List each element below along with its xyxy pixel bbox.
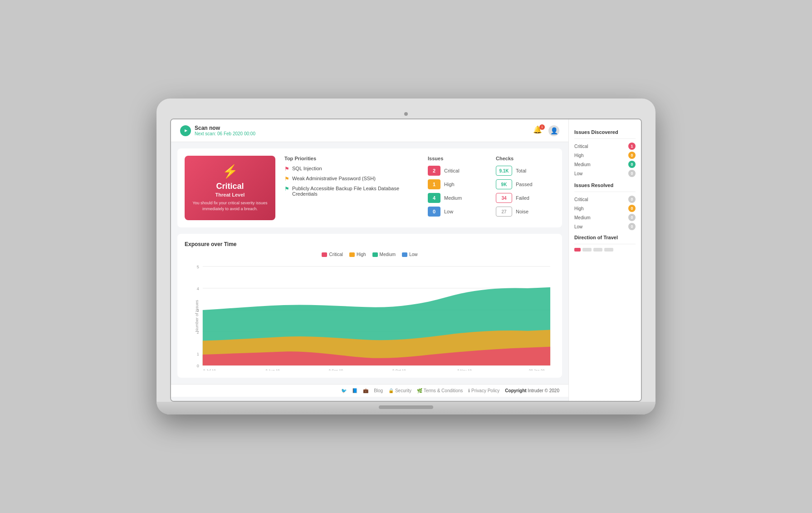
svg-text:2 Aug 19: 2 Aug 19 <box>265 369 280 370</box>
sidebar-discovered-low: Low 0 <box>574 170 636 177</box>
priority-item-2: ⚑ Weak Administrative Password (SSH) <box>284 176 419 182</box>
check-row-failed: 34 Failed <box>496 193 555 203</box>
low-label: Low <box>444 209 453 214</box>
legend-label-critical: Critical <box>329 252 343 257</box>
chart-legend: Critical High Medium Low <box>185 252 555 257</box>
noise-check-box: 27 <box>496 207 512 217</box>
medium-badge: 4 <box>428 193 440 203</box>
sidebar-discovered-critical-label: Critical <box>574 144 588 149</box>
resolved-title: Issues Resolved <box>574 183 636 188</box>
priority-item-3: ⚑ Publicly Accessible Backup File Leaks … <box>284 186 419 197</box>
footer: 🐦 📘 💼 Blog 🔒 Security 🌿 Terms & Conditio… <box>171 384 568 397</box>
direction-lines <box>574 248 636 252</box>
legend-dot-medium <box>372 252 378 257</box>
threat-level-title: Critical <box>216 182 244 191</box>
sidebar-resolved-high: High 0 <box>574 205 636 212</box>
svg-text:0: 0 <box>197 363 199 368</box>
threat-panel: ⚡ Critical Threat Level You should fix y… <box>177 148 562 227</box>
threat-card: ⚡ Critical Threat Level You should fix y… <box>185 156 275 220</box>
direction-gray-3 <box>604 248 613 252</box>
footer-social-facebook[interactable]: 📘 <box>352 388 357 393</box>
issue-row-low: 0 Low <box>428 207 487 217</box>
footer-social-twitter[interactable]: 🐦 <box>341 388 347 393</box>
check-row-passed: 9K Passed <box>496 179 555 189</box>
chart-area: Number of Issues 0 1 2 <box>185 261 555 370</box>
header: Scan now Next scan: 06 Feb 2020 00:00 1 … <box>171 119 568 142</box>
direction-gray-1 <box>582 248 592 252</box>
threat-description: You should fix your critical severity is… <box>192 200 268 212</box>
sidebar-discovered-medium-badge: 0 <box>628 161 636 168</box>
high-label: High <box>444 182 455 187</box>
sidebar-discovered-low-label: Low <box>574 171 582 176</box>
footer-blog-link[interactable]: Blog <box>374 388 383 393</box>
footer-terms-link[interactable]: 🌿 Terms & Conditions <box>417 388 463 393</box>
legend-dot-high <box>349 252 355 257</box>
chart-section: Exposure over Time Critical High Medi <box>177 234 562 378</box>
issues-title: Issues <box>428 156 487 161</box>
next-scan-label: Next scan: 06 Feb 2020 00:00 <box>195 131 255 136</box>
sidebar-resolved-medium-badge: 0 <box>628 214 636 221</box>
sidebar-discovered-high: High 0 <box>574 152 636 159</box>
failed-check-box: 34 <box>496 193 512 203</box>
high-badge: 1 <box>428 179 440 189</box>
issue-row-medium: 4 Medium <box>428 193 487 203</box>
svg-text:4: 4 <box>197 286 199 291</box>
checks-title: Checks <box>496 156 555 161</box>
check-row-total: 9.1K Total <box>496 166 555 176</box>
svg-text:2 Jul 19: 2 Jul 19 <box>203 369 216 370</box>
user-avatar[interactable]: 👤 <box>548 125 559 136</box>
sidebar: Issues Discovered Critical 1 High 0 Medi… <box>568 119 641 401</box>
sidebar-resolved-critical-badge: 0 <box>628 196 636 203</box>
sidebar-resolved-low-label: Low <box>574 224 582 229</box>
sidebar-discovered-low-badge: 0 <box>628 170 636 177</box>
critical-label: Critical <box>444 168 460 173</box>
scan-now-button[interactable] <box>180 125 191 136</box>
footer-security-link[interactable]: 🔒 Security <box>388 388 411 393</box>
sidebar-resolved-high-label: High <box>574 206 584 211</box>
issues-section: Issues 2 Critical 1 High 4 Medium <box>428 156 487 220</box>
issue-row-critical: 2 Critical <box>428 166 487 176</box>
svg-text:1: 1 <box>197 351 199 356</box>
issue-row-high: 1 High <box>428 179 487 189</box>
sidebar-discovered-medium-label: Medium <box>574 162 591 167</box>
priority-label-2: Weak Administrative Password (SSH) <box>292 176 376 181</box>
sidebar-resolved-low-badge: 0 <box>628 223 636 230</box>
legend-medium: Medium <box>372 252 396 257</box>
direction-gray-2 <box>593 248 602 252</box>
sidebar-discovered-critical: Critical 1 <box>574 143 636 150</box>
discovered-title: Issues Discovered <box>574 129 636 135</box>
priority-item-1: ⚑ SQL Injection <box>284 166 419 172</box>
checks-section: Checks 9.1K Total 9K Passed 34 Failed <box>496 156 555 220</box>
passed-check-label: Passed <box>516 182 533 187</box>
notifications-icon[interactable]: 1 <box>533 125 544 136</box>
direction-title: Direction of Travel <box>574 235 636 240</box>
sidebar-resolved-critical-label: Critical <box>574 197 588 202</box>
legend-dot-low <box>402 252 407 257</box>
sidebar-discovered-critical-badge: 1 <box>628 143 636 150</box>
failed-check-label: Failed <box>516 195 529 201</box>
y-axis-label: Number of Issues <box>195 300 199 332</box>
priority-label-3: Publicly Accessible Backup File Leaks Da… <box>292 186 419 197</box>
low-badge: 0 <box>428 207 440 217</box>
svg-text:2 Nov 19: 2 Nov 19 <box>457 369 472 370</box>
critical-badge: 2 <box>428 166 440 176</box>
sidebar-resolved-high-badge: 0 <box>628 205 636 212</box>
flag-icon-red: ⚑ <box>284 166 289 172</box>
svg-text:2 Sep 19: 2 Sep 19 <box>328 369 343 370</box>
svg-text:20 Jan 20: 20 Jan 20 <box>529 369 545 370</box>
priority-label-1: SQL Injection <box>292 166 322 171</box>
footer-privacy-link[interactable]: ℹ Privacy Policy <box>468 388 499 393</box>
chart-title: Exposure over Time <box>185 241 555 247</box>
sidebar-discovered-high-badge: 0 <box>628 152 636 159</box>
svg-text:5: 5 <box>197 264 199 269</box>
noise-check-label: Noise <box>516 209 528 214</box>
svg-text:2 Oct 19: 2 Oct 19 <box>392 369 406 370</box>
footer-social-linkedin[interactable]: 💼 <box>363 388 368 393</box>
footer-copyright: Copyright Intruder © 2020 <box>505 388 559 393</box>
top-priorities-section: Top Priorities ⚑ SQL Injection ⚑ Weak Ad… <box>284 156 419 220</box>
medium-label: Medium <box>444 195 462 201</box>
total-check-box: 9.1K <box>496 166 512 176</box>
sidebar-discovered-high-label: High <box>574 153 584 158</box>
lightning-icon: ⚡ <box>222 164 238 179</box>
flag-icon-teal: ⚑ <box>284 186 289 192</box>
